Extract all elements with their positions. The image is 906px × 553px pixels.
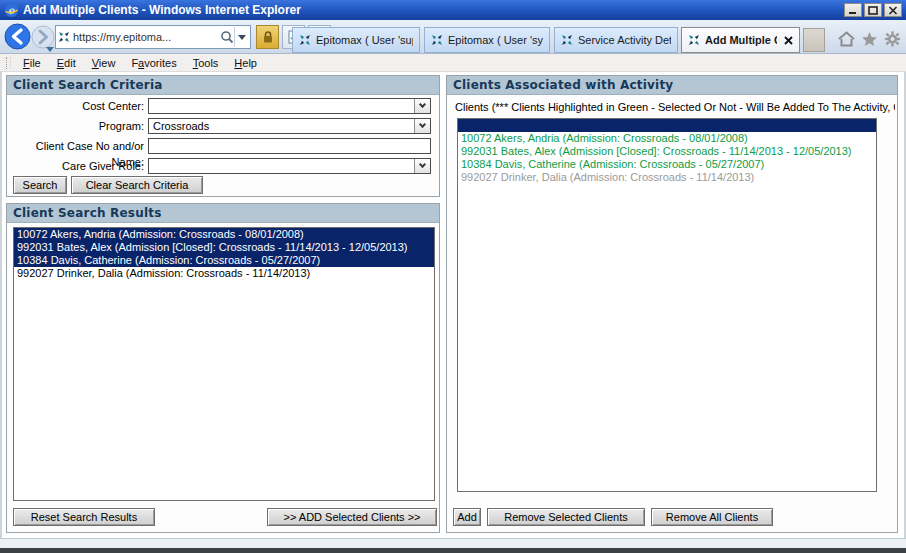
cost-center-label: Cost Center: xyxy=(7,98,144,114)
list-item[interactable] xyxy=(458,119,876,132)
menubar-grip[interactable] xyxy=(6,57,11,69)
close-button[interactable] xyxy=(884,3,902,17)
associated-clients-note: Clients (*** Clients Highlighted in Gree… xyxy=(455,101,895,113)
client-case-name-input[interactable] xyxy=(148,138,431,154)
menu-item-edit[interactable]: Edit xyxy=(49,55,84,71)
menu-bar: File Edit View Favorites Tools Help xyxy=(0,54,906,72)
menu-item-view[interactable]: View xyxy=(84,55,124,71)
menu-item-file[interactable]: File xyxy=(15,55,49,71)
window-title: Add Multiple Clients - Windows Internet … xyxy=(23,3,844,17)
forward-button[interactable] xyxy=(31,25,55,49)
address-url[interactable]: https://my.epitoma... xyxy=(70,31,220,43)
tools-gear-button[interactable] xyxy=(884,31,901,47)
list-item[interactable]: 992031 Bates, Alex (Admission [Closed]: … xyxy=(14,241,434,254)
list-item[interactable]: 10384 Davis, Catherine (Admission: Cross… xyxy=(458,158,876,171)
window-bottom-border xyxy=(0,548,906,553)
tab-favicon-icon xyxy=(561,34,573,46)
list-item[interactable]: 10072 Akers, Andria (Admission: Crossroa… xyxy=(14,228,434,241)
program-select[interactable]: Crossroads xyxy=(148,118,431,134)
menu-item-tools[interactable]: Tools xyxy=(185,55,227,71)
panel-title: Clients Associated with Activity xyxy=(447,76,897,95)
program-label: Program: xyxy=(7,118,144,134)
title-bar: e Add Multiple Clients - Windows Interne… xyxy=(0,0,906,20)
ie-logo-icon: e xyxy=(4,3,19,18)
search-icon[interactable] xyxy=(220,30,234,44)
search-button[interactable]: Search xyxy=(13,176,67,194)
address-dropdown-icon[interactable] xyxy=(234,27,248,47)
navigation-bar: https://my.epitoma... xyxy=(0,20,906,54)
address-bar[interactable]: https://my.epitoma... xyxy=(55,25,251,49)
page-content: Client Search Criteria Cost Center: Prog… xyxy=(0,72,906,538)
reset-search-results-button[interactable]: Reset Search Results xyxy=(13,508,155,526)
tab-label: Epitomax ( User 'sys... xyxy=(448,34,543,46)
tab-label: Service Activity Detail xyxy=(578,34,671,46)
maximize-button[interactable] xyxy=(864,3,882,17)
tab-close-icon[interactable] xyxy=(784,36,793,45)
browser-window: e Add Multiple Clients - Windows Interne… xyxy=(0,0,906,553)
tab-add-multiple-clients[interactable]: Add Multiple Clients xyxy=(681,27,800,53)
tab-service-activity-detail[interactable]: Service Activity Detail xyxy=(554,27,678,53)
new-tab-button[interactable] xyxy=(803,28,825,52)
back-button[interactable] xyxy=(4,23,31,50)
client-search-results-list[interactable]: 10072 Akers, Andria (Admission: Crossroa… xyxy=(13,227,435,501)
security-lock-button[interactable] xyxy=(256,25,279,49)
clients-associated-panel: Clients Associated with Activity Clients… xyxy=(446,75,898,533)
list-item[interactable]: 10072 Akers, Andria (Admission: Crossroa… xyxy=(458,132,876,145)
add-button[interactable]: Add xyxy=(453,508,481,526)
list-item[interactable]: 992031 Bates, Alex (Admission [Closed]: … xyxy=(458,145,876,158)
tab-favicon-icon xyxy=(688,34,700,46)
care-giver-role-select[interactable] xyxy=(148,158,431,174)
tab-label: Epitomax ( User 'sup... xyxy=(316,34,413,46)
tab-epitomax-sup[interactable]: Epitomax ( User 'sup... xyxy=(292,27,420,53)
panel-title: Client Search Criteria xyxy=(7,76,439,95)
client-search-criteria-panel: Client Search Criteria Cost Center: Prog… xyxy=(6,75,440,197)
clear-search-criteria-button[interactable]: Clear Search Criteria xyxy=(71,176,203,194)
associated-clients-list[interactable]: 10072 Akers, Andria (Admission: Crossroa… xyxy=(457,118,877,492)
minimize-button[interactable] xyxy=(844,3,862,17)
care-giver-role-label: Care Giver Role: xyxy=(7,158,144,174)
tab-favicon-icon xyxy=(431,34,443,46)
add-selected-clients-button[interactable]: >> ADD Selected Clients >> xyxy=(267,508,437,526)
lock-icon xyxy=(262,31,274,44)
home-button[interactable] xyxy=(838,31,855,47)
history-dropdown-icon[interactable] xyxy=(46,47,54,52)
list-item[interactable]: 992027 Drinker, Dalia (Admission: Crossr… xyxy=(458,171,876,184)
cost-center-select[interactable] xyxy=(148,98,431,114)
favorites-star-button[interactable] xyxy=(861,31,878,47)
menu-item-favorites[interactable]: Favorites xyxy=(123,55,184,71)
list-item[interactable]: 10384 Davis, Catherine (Admission: Cross… xyxy=(14,254,434,267)
tab-epitomax-sys[interactable]: Epitomax ( User 'sys... xyxy=(424,27,550,53)
site-favicon-icon xyxy=(58,31,70,43)
menu-item-help[interactable]: Help xyxy=(226,55,265,71)
panel-title: Client Search Results xyxy=(7,204,439,223)
chevron-down-icon[interactable] xyxy=(414,119,430,133)
chevron-down-icon[interactable] xyxy=(414,159,430,173)
client-search-results-panel: Client Search Results 10072 Akers, Andri… xyxy=(6,203,440,533)
remove-all-clients-button[interactable]: Remove All Clients xyxy=(651,508,773,526)
tab-favicon-icon xyxy=(299,34,311,46)
chevron-down-icon[interactable] xyxy=(414,99,430,113)
status-strip xyxy=(0,538,906,548)
list-item[interactable]: 992027 Drinker, Dalia (Admission: Crossr… xyxy=(14,267,434,280)
tab-label: Add Multiple Clients xyxy=(705,34,777,46)
remove-selected-clients-button[interactable]: Remove Selected Clients xyxy=(487,508,645,526)
